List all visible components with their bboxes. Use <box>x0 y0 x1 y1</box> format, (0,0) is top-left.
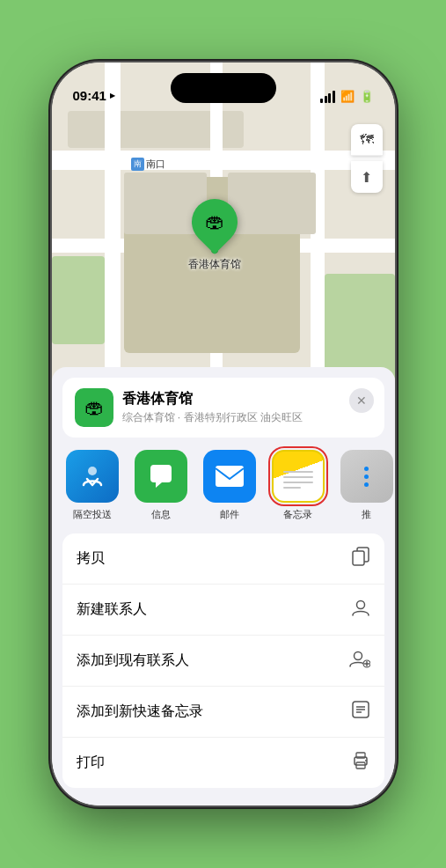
map-controls: 🗺 ⬆ <box>351 124 383 193</box>
app-messages[interactable]: 信息 <box>135 450 187 521</box>
status-icons: 📶 🔋 <box>320 90 374 103</box>
svg-rect-3 <box>353 551 364 565</box>
copy-label: 拷贝 <box>77 549 105 568</box>
new-contact-label: 新建联系人 <box>77 600 147 619</box>
time-display: 09:41 <box>73 88 106 103</box>
signal-bars <box>320 91 335 103</box>
messages-label: 信息 <box>151 508 171 521</box>
phone-screen: 09:41 ▸ 📶 🔋 <box>52 63 395 805</box>
location-name: 香港体育馆 <box>122 390 372 408</box>
app-mail[interactable]: 邮件 <box>203 450 256 521</box>
add-contact-label: 添加到现有联系人 <box>77 651 189 670</box>
map-label-nankou: 南 南口 <box>131 158 165 171</box>
dynamic-island <box>171 73 276 103</box>
location-button[interactable]: ⬆ <box>351 161 383 193</box>
add-contact-icon <box>349 649 370 673</box>
action-quick-note[interactable]: 添加到新快速备忘录 <box>62 687 384 738</box>
close-button[interactable]: ✕ <box>349 388 374 413</box>
svg-point-0 <box>88 467 97 475</box>
apps-row: 隔空投送 信息 <box>52 438 395 528</box>
status-time: 09:41 ▸ <box>73 88 115 103</box>
airdrop-label: 隔空投送 <box>73 508 112 521</box>
map-pin: 🏟 香港体育馆 <box>188 199 241 272</box>
print-icon <box>351 751 370 775</box>
print-label: 打印 <box>77 754 105 772</box>
action-new-contact[interactable]: 新建联系人 <box>62 585 384 636</box>
location-card: 🏟 香港体育馆 综合体育馆 · 香港特别行政区 油尖旺区 ✕ <box>62 378 384 438</box>
notes-label: 备忘录 <box>283 508 312 521</box>
svg-point-4 <box>356 601 364 609</box>
action-add-contact[interactable]: 添加到现有联系人 <box>62 636 384 687</box>
phone-frame: 09:41 ▸ 📶 🔋 <box>52 63 395 805</box>
battery-icon: 🔋 <box>360 90 374 103</box>
location-info: 香港体育馆 综合体育馆 · 香港特别行政区 油尖旺区 <box>122 390 372 425</box>
more-icon <box>340 450 393 503</box>
svg-rect-1 <box>216 466 244 487</box>
more-label: 推 <box>362 508 371 521</box>
app-notes[interactable]: 备忘录 <box>272 450 325 521</box>
copy-icon <box>351 547 370 570</box>
map-view-button[interactable]: 🗺 <box>351 124 383 156</box>
notes-icon <box>272 450 325 503</box>
action-print[interactable]: 打印 <box>62 738 384 788</box>
app-airdrop[interactable]: 隔空投送 <box>66 450 119 521</box>
svg-point-16 <box>365 760 367 761</box>
wifi-icon: 📶 <box>340 90 355 103</box>
messages-icon <box>135 450 187 503</box>
location-desc: 综合体育馆 · 香港特别行政区 油尖旺区 <box>122 410 372 425</box>
share-sheet: 🏟 香港体育馆 综合体育馆 · 香港特别行政区 油尖旺区 ✕ <box>52 367 395 805</box>
location-icon: ▸ <box>110 90 115 101</box>
airdrop-icon <box>66 450 119 503</box>
app-more[interactable]: 推 <box>340 450 393 521</box>
action-rows: 拷贝 新建联系人 <box>62 533 384 788</box>
mail-icon <box>203 450 256 503</box>
location-card-icon: 🏟 <box>75 388 113 427</box>
mail-label: 邮件 <box>220 508 239 521</box>
action-copy[interactable]: 拷贝 <box>62 533 384 585</box>
pin-label: 香港体育馆 <box>188 257 241 272</box>
quick-note-icon <box>351 700 370 724</box>
svg-point-5 <box>354 652 362 660</box>
quick-note-label: 添加到新快速备忘录 <box>77 702 203 721</box>
new-contact-icon <box>351 598 370 622</box>
